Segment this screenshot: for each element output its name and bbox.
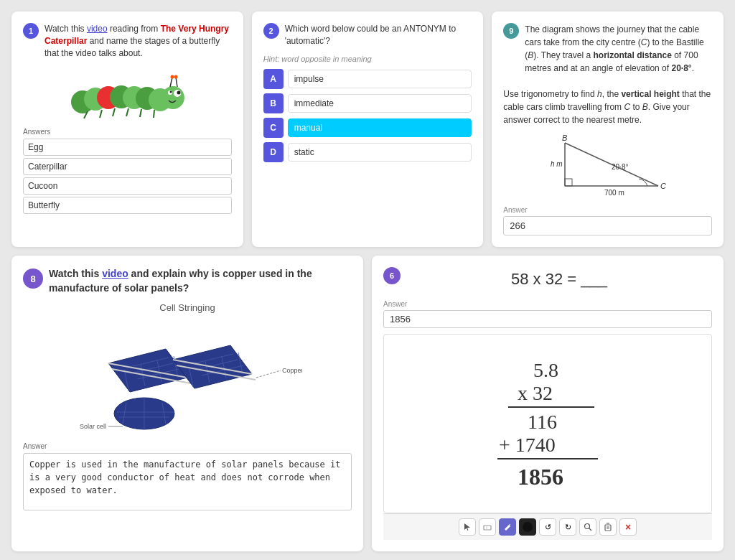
q2-letter-d: D: [263, 142, 284, 162]
q2-letter-c: C: [263, 118, 284, 138]
question-1-card: 1 Watch this video reading from The Very…: [11, 11, 243, 247]
question-6-card: 6 58 x 32 = ___ Answer 1856 5.8 x 32 116: [372, 256, 724, 551]
wb-content: 5.8 x 32 116 + 1740 1856: [384, 335, 711, 513]
solar-svg: Copper strip Solar cell: [72, 320, 302, 431]
svg-point-15: [171, 75, 174, 79]
svg-point-13: [174, 75, 178, 79]
svg-point-11: [170, 91, 172, 93]
q9-answer-label: Answer: [503, 206, 712, 214]
q1-answer-1[interactable]: [23, 139, 232, 156]
q6-equation: 58 x 32 = ___: [406, 270, 712, 289]
svg-text:116: 116: [528, 411, 557, 433]
triangle-svg: B C h m 20·8° 700 m: [536, 132, 680, 200]
q2-option-d[interactable]: D static: [263, 142, 472, 162]
svg-line-12: [176, 78, 177, 87]
svg-point-9: [177, 91, 181, 95]
undo-tool[interactable]: ↺: [539, 518, 556, 536]
cell-stringing-label: Cell Stringing: [23, 302, 352, 313]
svg-text:20·8°: 20·8°: [612, 163, 628, 171]
question-9-card: 9 The diagram shows the journey that the…: [492, 11, 724, 247]
q6-answer-box[interactable]: 1856: [383, 310, 712, 328]
svg-rect-25: [565, 179, 572, 186]
question-8-card: 8 Watch this video and explain why is co…: [11, 256, 363, 551]
svg-text:x 32: x 32: [518, 382, 553, 404]
svg-point-7: [161, 86, 184, 109]
svg-line-19: [126, 108, 128, 116]
q2-header: 2 Which word below could be an ANTONYM t…: [263, 23, 472, 47]
q1-text: Watch this video reading from The Very H…: [45, 23, 232, 59]
q1-header: 1 Watch this video reading from The Very…: [23, 23, 232, 59]
svg-line-14: [170, 78, 172, 87]
svg-text:h m: h m: [551, 160, 563, 168]
redo-tool[interactable]: ↻: [559, 518, 576, 536]
close-tool[interactable]: ×: [619, 518, 637, 536]
q6-header: 6 58 x 32 = ___: [383, 267, 712, 297]
q9-question-text: The diagram shows the journey that the c…: [525, 23, 712, 75]
q6-answer-value: 1856: [390, 314, 411, 325]
q6-number: 6: [383, 267, 401, 284]
svg-rect-72: [605, 525, 611, 531]
q2-letter-b: B: [263, 93, 284, 113]
svg-point-70: [585, 524, 590, 529]
math-handwriting-svg: 5.8 x 32 116 + 1740 1856: [469, 348, 627, 499]
q2-answer-d: static: [288, 143, 472, 162]
color-black[interactable]: [519, 518, 536, 536]
q8-number: 8: [23, 269, 43, 289]
q2-question: Which word below could be an ANTONYM to …: [285, 23, 472, 47]
svg-text:700 m: 700 m: [604, 189, 624, 197]
svg-text:+ 1740: + 1740: [499, 434, 556, 456]
svg-text:Solar cell: Solar cell: [80, 423, 106, 430]
q2-hint: Hint: word opposite in meaning: [263, 55, 472, 63]
q6-answer-label: Answer: [383, 300, 712, 308]
q9-number: 9: [503, 23, 519, 39]
q2-answer-a: impulse: [288, 70, 472, 88]
q1-text-part1: Watch this: [45, 24, 87, 34]
q8-answer-textarea[interactable]: Copper is used in the manufacture of sol…: [23, 453, 352, 510]
q8-video-link[interactable]: video: [102, 268, 128, 279]
q9-diagram: B C h m 20·8° 700 m: [503, 132, 712, 200]
svg-text:5.8: 5.8: [533, 359, 558, 381]
svg-line-57: [256, 370, 281, 378]
q1-answer-3[interactable]: [23, 177, 232, 195]
q8-question: Watch this video and explain why is copp…: [49, 267, 352, 295]
q1-text-part2: reading from: [108, 24, 161, 34]
whiteboard-toolbar: ↺ ↻ ×: [383, 513, 712, 540]
svg-line-20: [140, 109, 141, 117]
q8-answer-label: Answer: [23, 442, 352, 450]
caterpillar-svg: [70, 66, 184, 120]
eraser-tool[interactable]: [479, 518, 496, 536]
q2-answer-b: immediate: [288, 94, 472, 113]
q2-option-b[interactable]: B immediate: [263, 93, 472, 113]
svg-line-71: [589, 528, 592, 531]
q2-option-c[interactable]: C manual: [263, 118, 472, 138]
q2-option-a[interactable]: A impulse: [263, 69, 472, 89]
svg-text:C: C: [660, 182, 666, 190]
q9-header: 9 The diagram shows the journey that the…: [503, 23, 712, 80]
delete-tool[interactable]: [599, 518, 617, 536]
cursor-tool[interactable]: [459, 518, 476, 536]
solar-panel-diagram: Copper strip Solar cell: [23, 320, 352, 435]
answers-label: Answers: [23, 128, 232, 136]
q1-video-link[interactable]: video: [87, 24, 108, 34]
svg-text:B: B: [562, 134, 567, 142]
q8-header: 8 Watch this video and explain why is co…: [23, 267, 352, 295]
svg-line-18: [113, 108, 115, 116]
q9-instruction: Use trigonometry to find h, the vertical…: [503, 88, 712, 126]
q1-number: 1: [23, 23, 39, 39]
caterpillar-illustration: [23, 66, 232, 122]
zoom-in-tool[interactable]: [579, 518, 596, 536]
question-2-card: 2 Which word below could be an ANTONYM t…: [252, 11, 484, 247]
svg-text:1856: 1856: [518, 464, 563, 490]
q2-letter-a: A: [263, 69, 284, 89]
q1-answer-4[interactable]: [23, 197, 232, 214]
pen-tool[interactable]: [499, 518, 516, 536]
q2-answer-c: manual: [288, 118, 472, 137]
svg-line-21: [154, 110, 154, 118]
q9-answer-value: 266: [510, 220, 525, 231]
whiteboard-area[interactable]: 5.8 x 32 116 + 1740 1856: [383, 334, 712, 513]
svg-rect-68: [484, 526, 491, 530]
q1-answer-2[interactable]: [23, 158, 232, 175]
svg-line-17: [100, 110, 102, 118]
q2-number: 2: [263, 23, 279, 39]
q9-answer-box[interactable]: 266: [503, 216, 712, 235]
